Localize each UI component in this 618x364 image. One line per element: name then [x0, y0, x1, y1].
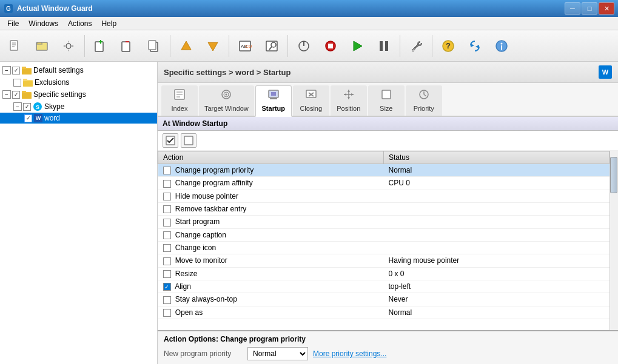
- close-button[interactable]: ✕: [599, 2, 614, 15]
- open-button[interactable]: [29, 33, 55, 59]
- svg-point-7: [66, 44, 71, 48]
- separator-4: [287, 35, 288, 57]
- checkbox-skype[interactable]: [23, 103, 31, 111]
- add-rule-button[interactable]: [88, 33, 113, 59]
- stop-button[interactable]: [318, 33, 343, 59]
- table-cell-status: 0 x 0: [384, 267, 610, 280]
- options-label: New program priority: [164, 349, 243, 358]
- table-cell-status: top-left: [384, 280, 610, 293]
- uncheck-all-button[interactable]: [181, 133, 196, 148]
- table-row[interactable]: Change program affinityCPU 0: [158, 177, 610, 190]
- settings-button[interactable]: [56, 33, 81, 59]
- tab-priority-label: Priority: [414, 105, 434, 112]
- about-button[interactable]: [489, 33, 514, 59]
- move-up-button[interactable]: [173, 33, 199, 59]
- checkbox-default-settings[interactable]: [12, 67, 20, 74]
- rename-button[interactable]: AB CD: [232, 33, 258, 59]
- table-cell-action: Change caption: [158, 228, 384, 241]
- update-button[interactable]: [462, 33, 488, 59]
- table-cell-status: [384, 216, 610, 228]
- table-row[interactable]: Move to monitorHaving mouse pointer: [158, 254, 610, 267]
- row-checkbox[interactable]: [163, 180, 171, 188]
- sidebar-item-skype[interactable]: − S Skype: [0, 101, 157, 113]
- expand-skype[interactable]: −: [13, 102, 22, 111]
- tab-priority[interactable]: Priority: [406, 85, 442, 116]
- table-scroll[interactable]: Action Status Change program priorityNor…: [158, 151, 618, 330]
- new-profile-button[interactable]: [2, 33, 28, 59]
- table-row[interactable]: Remove taskbar entry: [158, 202, 610, 215]
- minimize-button[interactable]: ─: [565, 2, 580, 15]
- row-checkbox[interactable]: [163, 283, 171, 291]
- tab-position[interactable]: Position: [331, 85, 367, 116]
- maximize-button[interactable]: □: [582, 2, 597, 15]
- tools-button[interactable]: [403, 33, 429, 59]
- table-cell-status: Normal: [384, 164, 610, 177]
- svg-rect-11: [122, 42, 130, 51]
- tab-startup[interactable]: Startup: [255, 85, 292, 117]
- sidebar-item-default-settings[interactable]: − Default settings: [0, 64, 157, 76]
- tab-size[interactable]: Size: [368, 85, 405, 116]
- tab-closing[interactable]: Closing: [293, 85, 329, 116]
- scrollbar-thumb[interactable]: [610, 157, 617, 193]
- sidebar-item-exclusions[interactable]: Exclusions: [0, 76, 157, 88]
- help-button[interactable]: ?: [435, 33, 461, 59]
- row-checkbox[interactable]: [163, 244, 171, 252]
- sidebar-item-word[interactable]: W word: [0, 113, 157, 124]
- svg-rect-72: [184, 136, 193, 145]
- main-layout: − Default settings Exclusions −: [0, 62, 618, 364]
- actions-table: Action Status Change program priorityNor…: [158, 151, 610, 319]
- table-cell-status: Normal: [384, 306, 610, 319]
- breadcrumb-badge: W: [599, 65, 612, 79]
- menu-file[interactable]: File: [2, 18, 24, 29]
- menu-actions[interactable]: Actions: [63, 18, 96, 29]
- svg-point-35: [501, 42, 503, 44]
- sidebar-item-specific-settings[interactable]: − Specific settings: [0, 88, 157, 101]
- sidebar-label-specific-settings: Specific settings: [33, 90, 86, 99]
- expand-specific-settings[interactable]: −: [2, 90, 11, 99]
- play-button[interactable]: [344, 33, 370, 59]
- move-down-button[interactable]: [200, 33, 226, 59]
- table-row[interactable]: Change caption: [158, 228, 610, 241]
- find-button[interactable]: [259, 33, 284, 59]
- table-row[interactable]: Stay always-on-topNever: [158, 293, 610, 306]
- table-container[interactable]: Action Status Change program priorityNor…: [158, 151, 618, 330]
- checkbox-specific-settings[interactable]: [12, 91, 20, 99]
- power-button[interactable]: [291, 33, 317, 59]
- tab-startup-icon: [267, 88, 280, 104]
- row-checkbox[interactable]: [163, 167, 171, 174]
- row-checkbox[interactable]: [163, 309, 171, 317]
- table-row[interactable]: Start program: [158, 216, 610, 228]
- action-toolbar: [158, 131, 618, 151]
- checkbox-exclusions[interactable]: [13, 79, 21, 87]
- pause-button[interactable]: [371, 33, 397, 59]
- check-all-button[interactable]: [163, 133, 178, 148]
- table-row[interactable]: Change icon: [158, 241, 610, 254]
- table-row[interactable]: Resize0 x 0: [158, 267, 610, 280]
- table-row[interactable]: Open asNormal: [158, 306, 610, 319]
- row-checkbox[interactable]: [163, 296, 171, 304]
- delete-rule-button[interactable]: [115, 33, 140, 59]
- expand-default-settings[interactable]: −: [2, 66, 11, 74]
- menu-windows[interactable]: Windows: [24, 18, 63, 29]
- row-checkbox[interactable]: [163, 219, 171, 227]
- svg-marker-65: [344, 93, 346, 96]
- row-checkbox[interactable]: [163, 257, 171, 265]
- row-checkbox[interactable]: [163, 231, 171, 239]
- checkbox-word[interactable]: [24, 114, 32, 122]
- copy-rule-button[interactable]: [141, 33, 167, 59]
- row-checkbox[interactable]: [163, 193, 171, 200]
- more-priority-link[interactable]: More priority settings...: [313, 349, 386, 358]
- svg-rect-29: [385, 41, 388, 51]
- tab-index[interactable]: Index: [161, 85, 198, 116]
- scrollbar-track[interactable]: [610, 151, 618, 330]
- row-checkbox[interactable]: [163, 270, 171, 278]
- svg-rect-41: [23, 81, 33, 87]
- priority-select[interactable]: NormalHighLowRealtimeAbove NormalBelow N…: [247, 347, 308, 360]
- table-cell-status: [384, 202, 610, 215]
- row-checkbox[interactable]: [163, 205, 171, 213]
- table-row[interactable]: Hide mouse pointer: [158, 190, 610, 202]
- table-row[interactable]: Change program priorityNormal: [158, 164, 610, 177]
- menu-help[interactable]: Help: [96, 18, 121, 29]
- table-row[interactable]: Aligntop-left: [158, 280, 610, 293]
- tab-target-window[interactable]: Target Window: [199, 85, 254, 116]
